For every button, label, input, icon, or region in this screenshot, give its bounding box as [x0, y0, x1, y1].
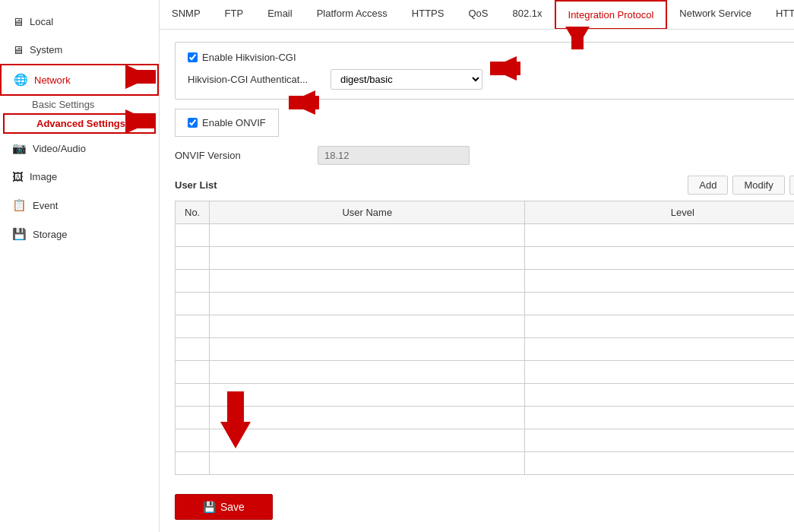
onvif-version-row: ONVIF Version	[175, 146, 794, 165]
cell-username	[210, 270, 525, 293]
cell-no	[176, 452, 210, 475]
sidebar-sub-basic-settings[interactable]: Basic Settings	[0, 96, 159, 113]
save-area: 💾 Save	[160, 485, 794, 532]
user-list-container: User List Add Modify Delete No. User Nam…	[175, 176, 794, 475]
cell-level	[525, 293, 794, 315]
tab-ftp[interactable]: FTP	[213, 0, 256, 29]
table-row	[176, 247, 795, 270]
sidebar-item-network[interactable]: 🌐 Network	[0, 64, 159, 96]
tab-bar: SNMP FTP Email Platform Access HTTPS QoS…	[160, 0, 794, 30]
save-label: Save	[220, 501, 245, 513]
tab-802-1x[interactable]: 802.1x	[500, 0, 554, 29]
system-icon: 🖥	[12, 43, 24, 56]
table-row	[176, 407, 795, 429]
onvif-version-input	[318, 146, 470, 165]
tab-http-listening[interactable]: HTTP Listening	[764, 0, 794, 29]
table-row	[176, 429, 795, 452]
cell-no	[176, 429, 210, 452]
sidebar: 🖥 Local 🖥 System 🌐 Network Basic Setting…	[0, 0, 160, 532]
tab-network-service[interactable]: Network Service	[667, 0, 764, 29]
cell-username	[210, 293, 525, 315]
cell-level	[525, 429, 794, 452]
cell-no	[176, 407, 210, 429]
cell-no	[176, 224, 210, 247]
cell-no	[176, 293, 210, 315]
event-icon: 📋	[12, 198, 27, 212]
user-list-header: User List Add Modify Delete	[175, 176, 794, 195]
basic-settings-label: Basic Settings	[32, 99, 94, 110]
table-row	[176, 293, 795, 315]
onvif-version-label: ONVIF Version	[175, 150, 312, 161]
cell-username	[210, 452, 525, 475]
cgi-enable-row: Enable Hikvision-CGI	[188, 52, 794, 63]
tab-https[interactable]: HTTPS	[400, 0, 457, 29]
table-row	[176, 384, 795, 407]
storage-icon: 💾	[12, 227, 27, 241]
cell-no	[176, 384, 210, 407]
video-audio-icon: 📷	[12, 141, 27, 155]
tab-qos[interactable]: QoS	[456, 0, 500, 29]
cell-level	[525, 407, 794, 429]
main-panel: SNMP FTP Email Platform Access HTTPS QoS…	[160, 0, 794, 532]
sidebar-item-image[interactable]: 🖼 Image	[0, 163, 159, 191]
cell-username	[210, 224, 525, 247]
table-row	[176, 338, 795, 361]
cgi-auth-label: Hikvision-CGI Authenticat...	[188, 74, 324, 85]
cell-level	[525, 452, 794, 475]
sidebar-item-event[interactable]: 📋 Event	[0, 191, 159, 220]
cell-no	[176, 247, 210, 270]
advanced-settings-label: Advanced Settings	[36, 118, 125, 129]
cell-level	[525, 270, 794, 293]
sidebar-item-label: Video/Audio	[33, 143, 86, 154]
table-row	[176, 361, 795, 384]
delete-button[interactable]: Delete	[789, 176, 794, 195]
sidebar-item-system[interactable]: 🖥 System	[0, 36, 159, 64]
onvif-enable-checkbox[interactable]	[188, 118, 198, 128]
onvif-enable-box: Enable ONVIF	[175, 109, 279, 137]
cell-level	[525, 361, 794, 384]
sidebar-item-local[interactable]: 🖥 Local	[0, 8, 159, 36]
sidebar-item-storage[interactable]: 💾 Storage	[0, 220, 159, 249]
sidebar-item-video-audio[interactable]: 📷 Video/Audio	[0, 134, 159, 163]
cell-username	[210, 429, 525, 452]
col-header-no: No.	[176, 201, 210, 224]
tab-snmp[interactable]: SNMP	[160, 0, 213, 29]
cell-level	[525, 384, 794, 407]
user-list-actions: Add Modify Delete	[688, 176, 794, 195]
table-row	[176, 270, 795, 293]
user-list-title: User List	[175, 179, 217, 191]
sidebar-sub-advanced-settings[interactable]: Advanced Settings	[3, 113, 156, 134]
cell-level	[525, 247, 794, 270]
sidebar-item-label: Event	[33, 200, 58, 211]
col-header-username: User Name	[210, 201, 525, 224]
cell-username	[210, 338, 525, 361]
table-row	[176, 452, 795, 475]
user-table: No. User Name Level	[175, 201, 794, 475]
cell-no	[176, 361, 210, 384]
cgi-enable-checkbox-wrapper: Enable Hikvision-CGI	[188, 52, 296, 63]
cell-username	[210, 315, 525, 338]
add-button[interactable]: Add	[688, 176, 728, 195]
save-button[interactable]: 💾 Save	[175, 494, 273, 520]
sidebar-item-label: Image	[30, 171, 57, 182]
sidebar-item-label: Local	[30, 16, 53, 27]
hikvision-cgi-section: Enable Hikvision-CGI Hikvision-CGI Authe…	[175, 42, 794, 100]
cell-no	[176, 338, 210, 361]
network-icon: 🌐	[14, 73, 28, 87]
cell-username	[210, 247, 525, 270]
cgi-auth-row: Hikvision-CGI Authenticat... digest/basi…	[188, 69, 794, 90]
cgi-enable-checkbox[interactable]	[188, 52, 198, 62]
tab-integration-protocol[interactable]: Integration Protocol	[555, 0, 668, 30]
cell-username	[210, 384, 525, 407]
modify-button[interactable]: Modify	[732, 176, 784, 195]
cell-level	[525, 224, 794, 247]
table-row	[176, 315, 795, 338]
local-icon: 🖥	[12, 15, 24, 28]
cell-level	[525, 315, 794, 338]
tab-email[interactable]: Email	[255, 0, 305, 29]
cell-level	[525, 338, 794, 361]
tab-platform-access[interactable]: Platform Access	[305, 0, 400, 29]
cgi-enable-label: Enable Hikvision-CGI	[202, 52, 296, 63]
onvif-enable-label: Enable ONVIF	[202, 117, 266, 128]
cgi-auth-select[interactable]: digest/basic digest basic	[331, 69, 482, 90]
